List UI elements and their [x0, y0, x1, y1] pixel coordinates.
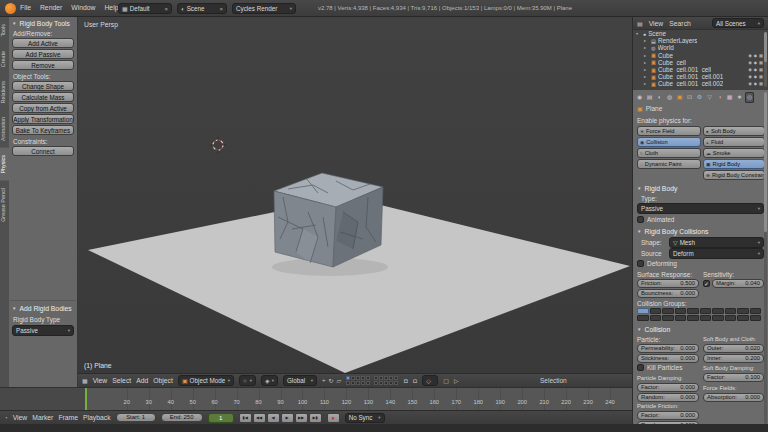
select-icon[interactable]: ◆	[754, 60, 757, 65]
outliner-row[interactable]: ▸▣Cube_cell.001_cell.002◉◆▦	[633, 80, 768, 87]
editor-type-icon[interactable]: ▤	[637, 20, 643, 27]
expand-icon[interactable]: ▸	[644, 81, 649, 86]
current-frame-field[interactable]: 1	[208, 413, 234, 423]
outliner-item-label[interactable]: Cube_cell.001_cell.002	[658, 80, 723, 87]
properties-tab-data[interactable]: ▽	[705, 92, 714, 103]
collision-group-10[interactable]	[750, 308, 762, 314]
jump-end-button[interactable]: ▶▮	[309, 413, 322, 423]
collapse-icon[interactable]: ▼	[637, 229, 641, 234]
opengl-render-icon[interactable]: ▢	[443, 377, 449, 384]
inner-slider[interactable]: Inner:0.200	[703, 354, 764, 363]
collision-group-13[interactable]	[662, 315, 674, 321]
bake-to-keyframes-button[interactable]: Bake To Keyframes	[12, 125, 74, 135]
copy-from-active-button[interactable]: Copy from Active	[12, 103, 74, 113]
animated-checkbox[interactable]: Animated	[637, 216, 674, 223]
visibility-icon[interactable]: ◉	[748, 74, 752, 79]
start-frame-field[interactable]: Start: 1	[116, 413, 156, 422]
visibility-icon[interactable]: ◉	[748, 60, 752, 65]
layer-17[interactable]	[379, 381, 383, 385]
properties-tab-physics[interactable]: ◎	[745, 92, 754, 103]
select-icon[interactable]: ◆	[754, 74, 757, 79]
calculate-mass-button[interactable]: Calculate Mass	[12, 92, 74, 102]
layer-1[interactable]	[346, 376, 350, 380]
collision-group-9[interactable]	[737, 308, 749, 314]
properties-tab-scene[interactable]: ◐	[655, 92, 664, 103]
properties-tab-particles[interactable]: ∗	[735, 92, 744, 103]
collision-group-5[interactable]	[687, 308, 699, 314]
outliner-item-label[interactable]: World	[658, 44, 674, 51]
layer-3[interactable]	[356, 376, 360, 380]
expand-icon[interactable]: ▸	[644, 74, 649, 79]
stickiness-slider[interactable]: Stickiness:0.000	[637, 354, 699, 363]
close-icon[interactable]: ×	[164, 6, 168, 12]
layer-13[interactable]	[356, 381, 360, 385]
layer-12[interactable]	[351, 381, 355, 385]
kill-particles-checkbox[interactable]: Kill Particles	[637, 364, 682, 371]
layer-18[interactable]	[384, 381, 388, 385]
menu-marker[interactable]: Marker	[32, 414, 53, 421]
expand-icon[interactable]: ▸	[644, 45, 649, 50]
connect-button[interactable]: Connect	[12, 146, 74, 156]
collision-panel-header[interactable]: ▼ Collision	[637, 326, 670, 333]
collision-group-18[interactable]	[725, 315, 737, 321]
lock-icon[interactable]: ◘	[404, 378, 408, 384]
deforming-checkbox[interactable]: Deforming	[637, 260, 677, 267]
render-icon[interactable]: ▦	[759, 60, 763, 65]
visibility-icon[interactable]: ◉	[748, 53, 752, 58]
checkbox-icon[interactable]	[637, 364, 644, 371]
physics-toggle-dynamic-paint[interactable]: ◌Dynamic Paint	[637, 159, 701, 169]
collapse-icon[interactable]: ▼	[637, 327, 641, 332]
collision-group-20[interactable]	[750, 315, 762, 321]
collision-group-16[interactable]	[700, 315, 712, 321]
outliner-row[interactable]: ▾●Scene	[633, 30, 768, 37]
tool-shelf-tab-grease-pencil[interactable]: Grease Pencil	[0, 181, 9, 229]
properties-tab-texture[interactable]: ▦	[725, 92, 734, 103]
scrollbar-thumb[interactable]	[764, 32, 767, 62]
manipulator-rotate-icon[interactable]: ↻	[328, 377, 333, 384]
outliner-row[interactable]: ▸▣Cube◉◆▦	[633, 52, 768, 59]
layer-7[interactable]	[379, 376, 383, 380]
outliner-row[interactable]: ▸▣Cube_cell.001_cell◉◆▦	[633, 66, 768, 73]
viewport-shading-dropdown[interactable]: ○ ▾	[239, 375, 256, 386]
properties-tab-render-layers[interactable]: ▤	[645, 92, 654, 103]
collision-group-17[interactable]	[712, 315, 724, 321]
menu-window[interactable]: Window	[71, 4, 95, 11]
menu-add[interactable]: Add	[136, 377, 148, 384]
collapse-icon[interactable]: ▼	[12, 306, 16, 311]
collision-group-3[interactable]	[662, 308, 674, 314]
collision-group-14[interactable]	[675, 315, 687, 321]
outer-slider[interactable]: Outer:0.020	[703, 344, 764, 353]
collision-group-19[interactable]	[737, 315, 749, 321]
menu-render[interactable]: Render	[40, 4, 62, 11]
physics-toggle-smoke[interactable]: ☁Smoke	[703, 148, 765, 158]
select-icon[interactable]: ◆	[754, 53, 757, 58]
render-icon[interactable]: ▦	[759, 74, 763, 79]
collision-group-12[interactable]	[650, 315, 662, 321]
menu-frame[interactable]: Frame	[58, 414, 78, 421]
outliner-scrollbar[interactable]	[764, 32, 767, 87]
render-icon[interactable]: ▦	[759, 81, 763, 86]
permeability-slider[interactable]: Permeability:0.000	[637, 344, 699, 353]
physics-toggle-rigid-body[interactable]: ▣Rigid Body	[703, 159, 765, 169]
layer-2[interactable]	[351, 376, 355, 380]
menu-view[interactable]: View	[93, 377, 108, 384]
close-icon[interactable]: ×	[219, 6, 223, 12]
playhead[interactable]	[85, 388, 87, 410]
redo-panel-header[interactable]: ▼ Add Rigid Bodies	[12, 305, 72, 312]
expand-icon[interactable]: ▸	[644, 67, 649, 72]
layer-8[interactable]	[384, 376, 388, 380]
menu-help[interactable]: Help	[104, 4, 118, 11]
collision-group-7[interactable]	[712, 308, 724, 314]
timeline-ruler[interactable]: 2030405060708090100110120130140150160170…	[0, 387, 632, 410]
outliner-row[interactable]: ▸▣Cube_cell.001_cell.001◉◆▦	[633, 73, 768, 80]
physics-toggle-soft-body[interactable]: ●Soft Body	[703, 126, 765, 136]
layer-14[interactable]	[361, 381, 365, 385]
expand-icon[interactable]: ▸	[644, 53, 649, 58]
select-icon[interactable]: ◆	[754, 67, 757, 72]
prev-keyframe-button[interactable]: ◀◀	[253, 413, 266, 423]
physics-toggle-fluid[interactable]: ◒Fluid	[703, 137, 765, 147]
apply-transformation-button[interactable]: Apply Transformation	[12, 114, 74, 124]
margin-checkbox[interactable]: ✓	[703, 280, 710, 287]
collision-group-1[interactable]	[637, 308, 649, 314]
collision-group-2[interactable]	[650, 308, 662, 314]
